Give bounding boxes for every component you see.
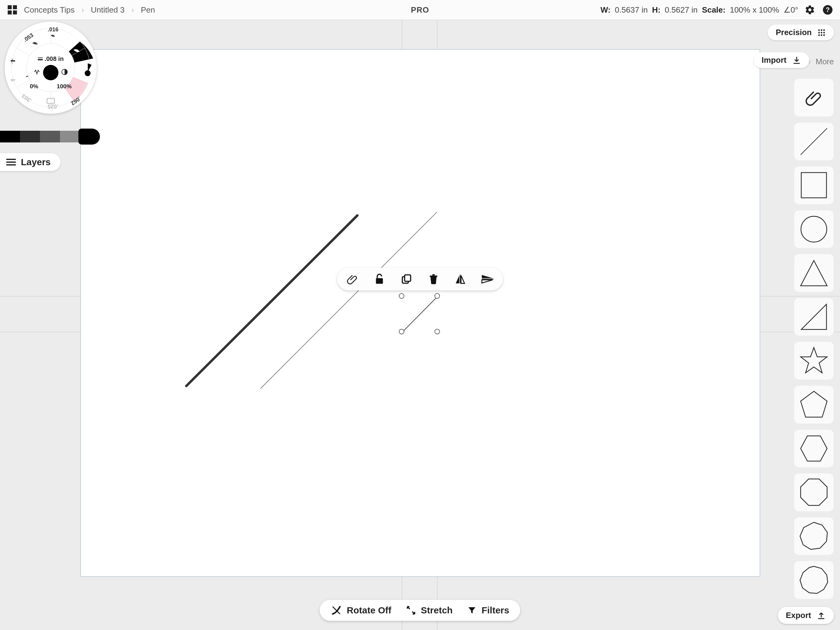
- shape-star[interactable]: [794, 342, 834, 380]
- svg-point-4: [823, 29, 825, 31]
- brush-size-value: .008 in: [44, 55, 64, 62]
- rotate-label: Rotate Off: [347, 605, 392, 616]
- thickness-icon: [38, 57, 43, 60]
- current-color-blob[interactable]: [78, 128, 100, 144]
- attach-icon[interactable]: [345, 272, 359, 286]
- brush-cross-icon: [331, 605, 342, 616]
- color-indicator[interactable]: [43, 65, 58, 80]
- selection-handles[interactable]: [399, 293, 440, 334]
- jitter-icon[interactable]: [34, 69, 40, 75]
- wheel-size-value: .016: [47, 27, 58, 33]
- precision-label: Precision: [776, 28, 812, 37]
- layers-button[interactable]: Layers: [0, 153, 61, 171]
- app-menu-button[interactable]: [6, 4, 19, 16]
- settings-button[interactable]: [804, 4, 816, 16]
- svg-marker-36: [801, 348, 827, 373]
- duplicate-icon[interactable]: [399, 272, 414, 286]
- opacity-min: 0%: [30, 83, 38, 90]
- shape-right-triangle[interactable]: [794, 298, 834, 336]
- filter-icon: [467, 606, 477, 615]
- width-label: W:: [600, 5, 611, 15]
- svg-marker-37: [801, 391, 827, 417]
- shape-attach[interactable]: [794, 78, 834, 117]
- shape-octagon[interactable]: [794, 473, 834, 511]
- selection-context-toolbar: [337, 268, 503, 290]
- shape-nonagon[interactable]: [794, 517, 834, 556]
- color-swatch[interactable]: [60, 131, 80, 142]
- more-button[interactable]: › More: [807, 57, 834, 66]
- color-swatch[interactable]: [20, 131, 40, 142]
- selected-line[interactable]: [403, 298, 437, 331]
- angle-value[interactable]: ∠0°: [783, 5, 798, 15]
- color-swatch[interactable]: [0, 131, 20, 142]
- stretch-button[interactable]: Stretch: [406, 605, 453, 616]
- svg-point-6: [821, 32, 822, 33]
- bottom-actions-bar: Rotate Off Stretch Filters: [320, 600, 520, 621]
- svg-marker-35: [801, 304, 826, 329]
- undo-icon[interactable]: [11, 59, 15, 65]
- scale-value[interactable]: 100% x 100%: [730, 5, 779, 15]
- breadcrumb-tool[interactable]: Pen: [141, 5, 155, 15]
- svg-point-3: [821, 29, 822, 31]
- redo-icon[interactable]: [11, 76, 15, 82]
- shape-square[interactable]: [794, 166, 834, 204]
- svg-rect-25: [376, 278, 383, 283]
- lock-icon[interactable]: [373, 272, 387, 286]
- svg-point-10: [823, 34, 825, 36]
- svg-rect-29: [432, 274, 435, 275]
- shape-decagon[interactable]: [794, 561, 834, 599]
- breadcrumb-root[interactable]: Concepts Tips: [24, 5, 75, 15]
- top-bar: Concepts Tips › Untitled 3 › Pen PRO W: …: [0, 0, 840, 20]
- svg-point-13: [399, 329, 404, 334]
- export-button[interactable]: Export: [778, 607, 834, 624]
- color-swatch[interactable]: [40, 131, 60, 142]
- canvas-content[interactable]: [81, 49, 760, 576]
- import-button[interactable]: Import: [753, 52, 809, 68]
- svg-point-5: [818, 32, 820, 33]
- color-strip[interactable]: [0, 131, 80, 142]
- svg-point-9: [821, 34, 822, 36]
- shape-circle[interactable]: [794, 210, 834, 249]
- tool-wheel[interactable]: .016 .053 .008 .062 .025 .303 .008 in 0%…: [5, 22, 97, 114]
- shapes-palette[interactable]: [794, 78, 834, 599]
- svg-point-2: [818, 29, 820, 31]
- drawn-line-1[interactable]: [186, 215, 357, 386]
- brush-icon[interactable]: [32, 42, 38, 44]
- height-value[interactable]: 0.5627 in: [665, 5, 698, 15]
- shape-triangle[interactable]: [794, 254, 834, 292]
- svg-text:?: ?: [826, 6, 830, 14]
- tool-wheel-center[interactable]: .008 in 0% 100%: [27, 44, 75, 92]
- svg-marker-34: [801, 261, 827, 286]
- chevron-icon: ›: [808, 57, 811, 66]
- svg-point-8: [818, 34, 820, 36]
- svg-point-11: [399, 293, 404, 298]
- svg-point-7: [823, 32, 825, 33]
- breadcrumb-doc[interactable]: Untitled 3: [91, 5, 125, 15]
- artboard[interactable]: [81, 49, 760, 577]
- flip-vertical-icon[interactable]: [481, 272, 495, 286]
- rotate-button[interactable]: Rotate Off: [331, 605, 392, 616]
- opacity-max: 100%: [57, 83, 72, 90]
- note-icon[interactable]: [85, 64, 91, 76]
- brush-icon[interactable]: [51, 35, 55, 37]
- filters-label: Filters: [482, 605, 509, 616]
- svg-line-31: [801, 128, 827, 155]
- chevron-icon: ›: [82, 5, 84, 15]
- layers-label: Layers: [21, 157, 51, 167]
- pro-badge[interactable]: PRO: [411, 5, 429, 15]
- layers-icon: [6, 159, 16, 166]
- export-label: Export: [786, 611, 811, 620]
- shape-hexagon[interactable]: [794, 429, 834, 468]
- shape-pentagon[interactable]: [794, 385, 834, 424]
- shape-line[interactable]: [794, 122, 834, 161]
- help-button[interactable]: ?: [821, 4, 834, 16]
- svg-marker-39: [801, 479, 827, 505]
- flip-horizontal-icon[interactable]: [453, 272, 467, 286]
- opacity-icon[interactable]: [62, 69, 68, 75]
- width-value[interactable]: 0.5637 in: [615, 5, 648, 15]
- trash-icon[interactable]: [426, 272, 441, 286]
- precision-button[interactable]: Precision: [768, 25, 834, 40]
- filters-button[interactable]: Filters: [467, 605, 509, 616]
- drawn-line-2[interactable]: [261, 212, 437, 388]
- svg-rect-32: [801, 173, 826, 198]
